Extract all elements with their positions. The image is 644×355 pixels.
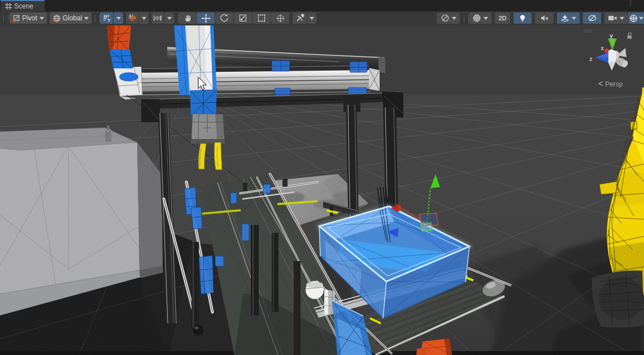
svg-text:y: y <box>610 32 613 39</box>
svg-text:Y: Y <box>107 18 111 23</box>
svg-text:z: z <box>589 55 593 62</box>
svg-text:Persp: Persp <box>605 80 623 88</box>
svg-text:x: x <box>601 45 604 51</box>
